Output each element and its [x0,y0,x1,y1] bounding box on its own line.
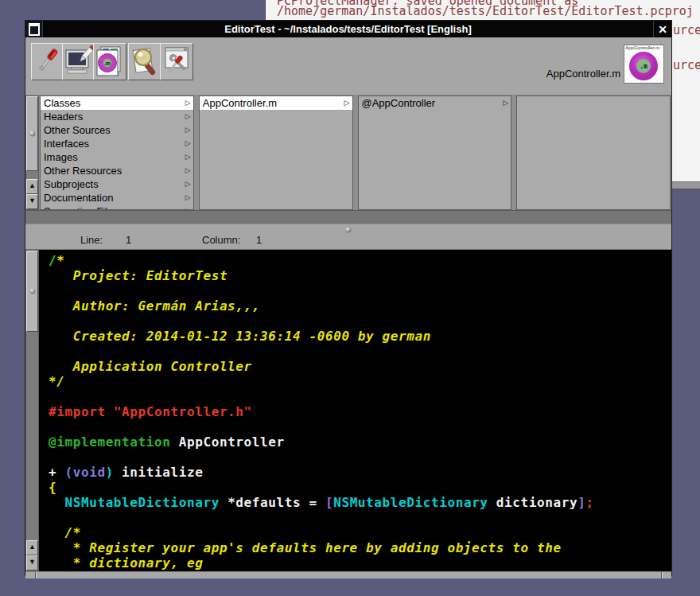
code-line [49,450,671,465]
branch-arrow-icon: ▷ [185,164,191,177]
browser-item[interactable]: Subprojects▷ [41,177,193,191]
browser-item[interactable]: AppController.m▷ [200,96,352,110]
launch-button[interactable] [62,43,95,80]
browser-item[interactable]: Documentation▷ [41,191,193,205]
browser-column[interactable]: @AppController▷ [358,95,512,210]
browser-item[interactable]: Classes▷ [41,96,193,110]
editor-scrollbar[interactable]: ▲ ▼ [25,250,39,571]
code-segment: ) [106,465,114,480]
browser-item[interactable]: Headers▷ [41,110,193,123]
browser-item-label: Other Sources [44,123,185,137]
code-segment: / [49,253,56,268]
file-browser: ▲ ▼ Classes▷Headers▷Other Sources▷Interf… [25,95,671,210]
app-icon-button[interactable]: AppController.m .m [624,45,664,84]
build-button[interactable] [31,43,64,80]
browser-item[interactable]: Images▷ [41,150,193,164]
browser-item[interactable]: Other Resources▷ [41,164,193,177]
column-label: Column: [202,234,240,246]
branch-arrow-icon: ▷ [344,96,350,110]
code-segment: #import "AppController.h" [49,404,252,419]
code-line: Author: Germán Arias,,, [49,298,671,314]
miniaturize-button[interactable] [25,21,43,37]
code-line [49,283,671,298]
code-segment: Project: EditorTest [49,268,228,283]
code-line: + (void) initialize [49,465,671,480]
code-segment: @implementation [49,434,171,450]
find-button[interactable]: objc [128,43,161,80]
browser-scrollbar-knob[interactable] [26,96,38,171]
inspector-icon [162,45,191,79]
line-label: Line: [80,234,103,246]
browser-horizontal-scroll-track[interactable] [25,210,671,224]
browser-item[interactable]: Other Sources▷ [41,123,193,137]
close-button[interactable]: ✕ [653,21,671,37]
resize-bar-notch [35,572,36,578]
browser-item[interactable]: Supporting Files▷ [41,205,193,210]
inspector-button[interactable] [160,43,193,80]
code-line: @implementation AppController [49,434,671,450]
code-segment [49,495,64,510]
code-text-area[interactable]: /* Project: EditorTest Author: Germán Ar… [39,250,671,571]
splitter-and-statusbar: Line: 1 Column: 1 [25,224,671,250]
titlebar[interactable]: EditorTest - ~/Instalados/tests/EditorTe… [25,21,671,37]
window-title: EditorTest - ~/Instalados/tests/EditorTe… [43,23,653,35]
code-segment: (void [64,465,105,480]
browser-item-label: Classes [44,96,185,110]
code-segment: ; [585,495,593,510]
editor-scrollbar-track[interactable] [26,332,38,540]
editor-icon: .m [95,46,124,78]
browser-scroll-up-button[interactable]: ▲ [26,179,38,194]
browser-scrollbar[interactable]: ▲ ▼ [25,95,39,210]
code-line: * Register your app's defaults here by a… [49,540,671,555]
browser-scroll-down-button[interactable]: ▼ [26,194,38,209]
browser-column[interactable]: Classes▷Headers▷Other Sources▷Interfaces… [40,95,194,210]
code-segment: */ [49,374,64,389]
line-value: 1 [126,234,131,246]
code-line: */ [49,374,671,389]
branch-arrow-icon: ▷ [185,177,191,191]
code-line: #import "AppController.h" [49,404,671,419]
code-line: NSMutableDictionary *defaults = [NSMutab… [49,495,671,510]
branch-arrow-icon: ▷ [185,191,191,205]
code-line [49,510,671,525]
editor-scroll-up-button[interactable]: ▲ [26,540,38,555]
browser-columns: Classes▷Headers▷Other Sources▷Interfaces… [39,95,671,210]
browser-scrollbar-track[interactable] [26,171,38,179]
browser-item[interactable]: Interfaces▷ [41,137,193,150]
browser-item-label: Interfaces [44,137,185,150]
editor-scroll-down-button[interactable]: ▼ [26,555,38,571]
browser-column[interactable] [516,95,671,210]
code-segment: NSMutableDictionary [333,495,488,510]
code-line: Project: EditorTest [49,268,671,283]
code-line: { [49,480,671,495]
browser-item[interactable]: @AppController▷ [359,96,511,110]
branch-arrow-icon: ▷ [185,96,191,110]
browser-item-label: AppController.m [203,96,344,110]
objc-file-icon-glyph: .m [636,59,651,73]
column-value: 1 [256,234,262,246]
editor-button[interactable]: .m [93,43,126,80]
code-segment: /* [49,525,81,540]
toolbar: .m objc [25,37,671,95]
browser-item-label: Headers [44,110,185,123]
browser-column[interactable]: AppController.m▷ [199,95,353,210]
code-line [49,389,671,404]
selected-file-label: AppController.m [546,68,620,80]
branch-arrow-icon: ▷ [185,137,191,150]
objc-file-icon: .m [629,52,658,80]
code-segment: Application Controller [49,359,252,374]
editor-scrollbar-knob[interactable] [26,251,38,332]
resize-bar-notch [661,572,662,578]
code-editor: ▲ ▼ /* Project: EditorTest Author: Germá… [25,250,671,571]
browser-item-label: Documentation [44,191,185,205]
code-line: Created: 2014-01-12 13:36:14 -0600 by ge… [49,329,671,344]
log-fragment: urces [673,23,700,37]
code-line [49,314,671,329]
splitter-dimple[interactable] [346,228,352,233]
code-segment: dictionary [488,495,578,510]
build-icon [34,46,61,78]
branch-arrow-icon: ▷ [503,96,508,110]
code-segment: [ [325,495,333,510]
window-resize-bar[interactable] [25,571,671,578]
browser-item-label: Images [44,150,185,164]
